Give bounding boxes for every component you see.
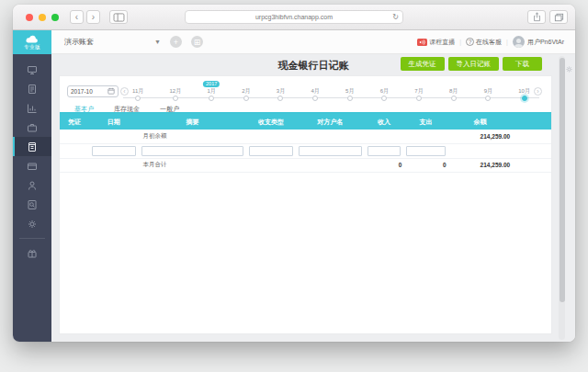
sidebar-item-voucher[interactable] xyxy=(13,79,51,98)
live-course-link[interactable]: 课程直播 xyxy=(417,38,455,47)
cloud-logo-icon xyxy=(24,34,40,44)
date-input[interactable] xyxy=(92,146,136,156)
tab-general-account[interactable]: 一般户 xyxy=(160,105,179,112)
timeline-prev-button[interactable]: ‹ xyxy=(120,87,129,96)
sidebar-item-salary[interactable] xyxy=(13,175,51,195)
journal-table: 凭证 日期 摘要 收支类型 对方户名 收入 支出 余额 xyxy=(60,114,551,173)
monthly-total-row: 本月合计 0 0 214,259.00 xyxy=(60,158,551,172)
traffic-lights xyxy=(26,14,59,21)
col-voucher: 凭证 xyxy=(60,114,89,130)
import-journal-button[interactable]: 导入日记账 xyxy=(448,57,500,71)
briefcase-icon xyxy=(27,122,38,133)
monthly-total-label: 本月合计 xyxy=(139,158,247,172)
opening-balance-label: 月初余额 xyxy=(139,130,247,143)
sidebar-item-more-apps[interactable] xyxy=(13,243,51,263)
period-picker[interactable]: 2017-10 xyxy=(67,85,119,97)
sidebar-item-invoice[interactable] xyxy=(13,156,51,175)
col-filler xyxy=(512,114,551,130)
timeline-track xyxy=(123,97,539,98)
browser-forward-button[interactable]: › xyxy=(86,10,100,24)
app-logo[interactable]: 专业版 xyxy=(13,30,51,54)
username-label: 用户Pn6VtAr xyxy=(527,38,564,47)
online-support-link[interactable]: ? 在线客服 xyxy=(466,38,502,47)
sidebar-item-check[interactable] xyxy=(13,195,51,214)
tab-basic-account[interactable]: 基本户 xyxy=(74,105,94,112)
journal-icon xyxy=(27,141,38,152)
month-dot xyxy=(277,96,283,101)
sidebar-item-settings[interactable] xyxy=(13,214,51,233)
inspect-icon xyxy=(27,199,38,210)
reload-icon[interactable]: ↻ xyxy=(392,13,399,21)
journal-card: 2017-10 ‹ 11月 12月 20171月 2月 3月 xyxy=(59,75,552,334)
new-entry-row xyxy=(60,143,551,158)
generate-voucher-button[interactable]: 生成凭证 xyxy=(401,57,445,71)
browser-sidebar-toggle[interactable] xyxy=(109,10,128,24)
address-bar[interactable]: urpcg3hibfvn.chanapp.com ↻ xyxy=(185,10,403,24)
type-input[interactable] xyxy=(249,146,293,156)
timeline-month-may[interactable]: 5月 xyxy=(345,88,354,101)
timeline-month-dec[interactable]: 12月 xyxy=(170,88,182,101)
sidebar-item-assets[interactable] xyxy=(13,118,51,137)
year-badge: 2017 xyxy=(203,81,220,87)
settings-gear-icon xyxy=(27,219,38,230)
expense-input[interactable] xyxy=(406,146,445,156)
month-dot xyxy=(416,96,422,101)
counterparty-input[interactable] xyxy=(299,146,362,156)
share-button[interactable] xyxy=(527,10,546,24)
period-value: 2017-10 xyxy=(71,88,93,95)
main-content: 现金银行日记账 生成凭证 导入日记账 下载 2017-10 xyxy=(51,54,575,342)
browser-window: ‹ › urpcg3hibfvn.chanapp.com ↻ xyxy=(13,5,575,342)
col-expense: 支出 xyxy=(403,114,447,130)
month-dot xyxy=(312,96,318,101)
sidebar-item-journal[interactable] xyxy=(13,137,51,156)
tab-cash-on-hand[interactable]: 库存现金 xyxy=(114,105,140,112)
timeline-month-jun[interactable]: 6月 xyxy=(380,88,389,101)
avatar xyxy=(513,36,525,48)
col-income: 收入 xyxy=(365,114,404,130)
sidebar-item-desktop[interactable] xyxy=(13,60,51,79)
report-chart-icon xyxy=(27,103,38,114)
timeline-month-jan[interactable]: 20171月 xyxy=(208,88,216,101)
scrollbar-thumb[interactable] xyxy=(560,58,565,302)
month-dot xyxy=(451,96,457,101)
apps-grid-button[interactable]: ⊞ xyxy=(191,36,203,48)
sidebar-toggle-icon xyxy=(113,13,125,22)
calendar-icon xyxy=(107,87,115,95)
timeline-month-feb[interactable]: 2月 xyxy=(242,88,250,101)
divider xyxy=(19,238,45,239)
browser-toolbar: ‹ › urpcg3hibfvn.chanapp.com ↻ xyxy=(13,5,575,30)
opening-balance-row: 月初余额 214,259.00 xyxy=(60,130,551,143)
account-tabs: 基本户 库存现金 一般户 xyxy=(60,100,551,114)
window-zoom-button[interactable] xyxy=(51,14,59,21)
window-minimize-button[interactable] xyxy=(39,14,46,21)
desktop-background: ‹ › urpcg3hibfvn.chanapp.com ↻ xyxy=(0,0,588,372)
live-tv-icon xyxy=(417,39,427,46)
add-account-button[interactable]: + xyxy=(170,36,182,48)
timeline-settings-gear-icon[interactable] xyxy=(565,65,573,73)
month-dot xyxy=(135,96,141,101)
vertical-scrollbar xyxy=(559,56,565,340)
col-type: 收支类型 xyxy=(246,114,296,130)
user-menu[interactable]: 用户Pn6VtAr xyxy=(513,36,564,48)
summary-input[interactable] xyxy=(141,146,244,156)
window-close-button[interactable] xyxy=(26,14,33,21)
timeline-month-oct-selected[interactable]: 10月 xyxy=(518,88,530,101)
sidebar-item-reports[interactable] xyxy=(13,98,51,118)
account-switcher[interactable]: 演示账套 ▼ xyxy=(64,37,161,47)
download-button[interactable]: 下载 xyxy=(503,57,542,71)
opening-balance-value: 214,259.00 xyxy=(448,130,513,143)
page-title: 现金银行日记账 xyxy=(278,58,349,72)
browser-back-button[interactable]: ‹ xyxy=(70,10,84,24)
timeline-month-apr[interactable]: 4月 xyxy=(311,88,319,101)
total-balance-value: 214,259.00 xyxy=(448,158,513,172)
income-input[interactable] xyxy=(368,146,401,156)
timeline-month-mar[interactable]: 3月 xyxy=(277,88,285,101)
timeline-month-aug[interactable]: 8月 xyxy=(449,88,458,101)
timeline-month-nov[interactable]: 11月 xyxy=(132,88,143,101)
tab-overview-button[interactable] xyxy=(549,10,568,24)
timeline-next-button[interactable]: › xyxy=(534,87,542,96)
desktop-icon xyxy=(27,64,38,75)
salary-person-icon xyxy=(27,180,38,191)
timeline-month-jul[interactable]: 7月 xyxy=(414,88,423,101)
timeline-month-sep[interactable]: 9月 xyxy=(484,88,492,101)
